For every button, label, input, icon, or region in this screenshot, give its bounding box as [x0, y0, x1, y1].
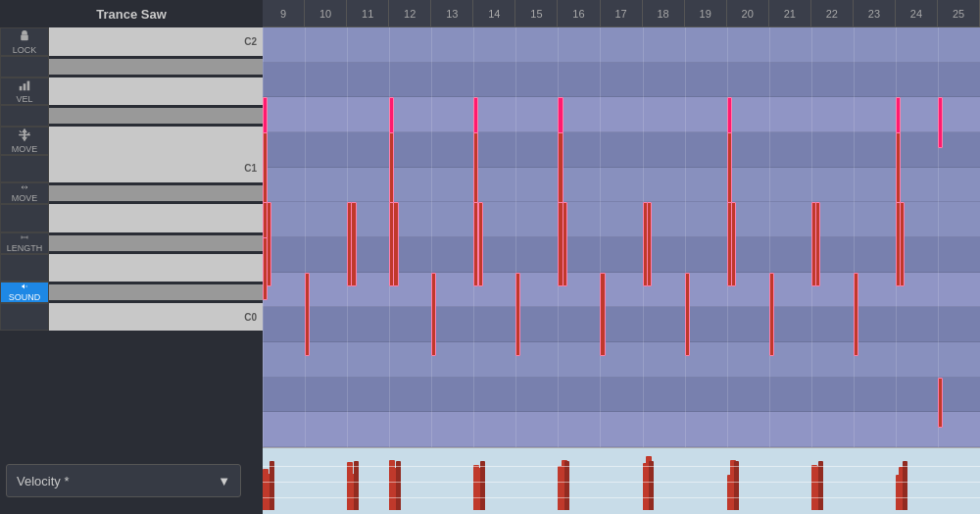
grid-vline — [305, 27, 306, 447]
velocity-bar-accent[interactable] — [564, 461, 569, 510]
velocity-bar-accent[interactable] — [903, 461, 907, 510]
key-black-5[interactable] — [49, 284, 263, 299]
grid-row — [263, 97, 980, 132]
ruler-mark: 20 — [727, 0, 769, 26]
grid-row — [263, 378, 980, 413]
grid-row — [263, 273, 980, 308]
key-white-c0[interactable]: C0 — [49, 303, 263, 331]
vel-label: VEL — [16, 94, 32, 104]
ruler-mark: 19 — [685, 0, 727, 26]
note[interactable] — [431, 273, 436, 357]
note[interactable] — [351, 202, 356, 286]
grid-row — [263, 307, 980, 342]
key-white-2[interactable] — [49, 77, 263, 105]
move-v-label: MOVE — [12, 144, 38, 154]
ruler-mark: 16 — [558, 0, 600, 26]
velocity-panel: Velocity * ▼ — [0, 447, 263, 514]
piano-row-1: LOCK C2 — [0, 27, 263, 56]
note[interactable] — [263, 237, 268, 300]
key-white-4[interactable]: C1 — [49, 155, 263, 182]
lock-label: LOCK — [13, 45, 37, 55]
ruler-mark: 10 — [305, 0, 347, 26]
c1-label: C1 — [244, 155, 263, 182]
grid-row — [263, 412, 980, 447]
grid-row — [263, 63, 980, 98]
velocity-bar-accent[interactable] — [270, 461, 274, 510]
note[interactable] — [938, 97, 943, 147]
key-white-6[interactable] — [49, 254, 263, 282]
piano-row-8 — [0, 204, 263, 232]
ruler-mark: 25 — [938, 0, 980, 26]
piano-keys-container: LOCK C2 VEL — [0, 27, 263, 447]
ruler-mark: 15 — [515, 0, 558, 26]
ruler-mark: 12 — [389, 0, 431, 26]
note[interactable] — [393, 202, 398, 286]
length-button[interactable]: LENGTH — [0, 232, 49, 254]
ruler-mark: 24 — [896, 0, 938, 26]
note[interactable] — [515, 273, 520, 357]
note[interactable] — [900, 202, 905, 286]
move-h-button[interactable]: MOVE — [0, 182, 49, 204]
piano-row-5: MOVE — [0, 127, 263, 155]
velocity-bar-accent[interactable] — [734, 461, 739, 510]
vel-button[interactable]: VEL — [0, 77, 49, 105]
key-white-5[interactable] — [49, 204, 263, 232]
sound-button[interactable]: SOUND — [0, 282, 49, 303]
piano-row-10 — [0, 254, 263, 282]
note[interactable] — [938, 378, 943, 428]
grid-vline — [854, 27, 855, 447]
piano-row-6: C1 — [0, 155, 263, 182]
note[interactable] — [563, 202, 567, 286]
grid-row — [263, 202, 980, 237]
note[interactable] — [769, 273, 774, 357]
instrument-title: Trance Saw — [0, 0, 263, 27]
ruler-mark: 17 — [601, 0, 643, 26]
velocity-bar-accent[interactable] — [396, 461, 401, 510]
grid-vline — [431, 27, 432, 447]
note[interactable] — [267, 202, 271, 286]
velocity-bar-accent[interactable] — [818, 461, 823, 510]
note[interactable] — [647, 202, 652, 286]
dropdown-arrow: ▼ — [218, 474, 230, 488]
ruler-mark: 9 — [263, 0, 305, 26]
piano-row-11: SOUND — [0, 282, 263, 303]
key-black-4[interactable] — [49, 235, 263, 250]
move-v-button[interactable]: MOVE — [0, 127, 49, 155]
note[interactable] — [478, 202, 483, 286]
velocity-dropdown[interactable]: Velocity * ▼ — [6, 464, 241, 497]
piano-row-9: LENGTH — [0, 232, 263, 254]
note[interactable] — [854, 273, 858, 357]
grid-vline — [600, 27, 601, 447]
velocity-bar-accent[interactable] — [480, 461, 485, 510]
velocity-bar-accent[interactable] — [649, 461, 654, 510]
lock-button[interactable]: LOCK — [0, 27, 49, 56]
grid-row — [263, 342, 980, 378]
c2-label: C2 — [244, 36, 257, 47]
roll-grid-area[interactable] — [263, 27, 980, 447]
ruler-mark: 23 — [854, 0, 896, 26]
piano-row-12: C0 — [0, 303, 263, 331]
velocity-area[interactable] — [263, 447, 980, 514]
key-strip-c2[interactable]: C2 — [49, 27, 263, 56]
velocity-bar-accent[interactable] — [354, 461, 359, 510]
ruler-mark: 22 — [811, 0, 854, 26]
note[interactable] — [731, 202, 736, 286]
note[interactable] — [600, 273, 605, 357]
key-black-1[interactable] — [49, 59, 263, 74]
grid-vline — [515, 27, 516, 447]
sound-label: SOUND — [9, 292, 41, 302]
piano-row-7: MOVE — [0, 182, 263, 204]
key-white-3[interactable] — [49, 127, 263, 155]
ruler-mark: 14 — [473, 0, 515, 26]
key-black-2[interactable] — [49, 108, 263, 123]
svg-rect-1 — [20, 86, 23, 90]
length-label: LENGTH — [7, 243, 43, 253]
key-black-3[interactable] — [49, 185, 263, 200]
piano-roll: 910111213141516171819202122232425 — [263, 0, 980, 514]
note[interactable] — [305, 273, 310, 357]
svg-rect-0 — [21, 35, 28, 41]
grid-row — [263, 168, 980, 203]
note[interactable] — [815, 202, 820, 286]
note[interactable] — [685, 273, 690, 357]
svg-rect-2 — [24, 83, 26, 90]
